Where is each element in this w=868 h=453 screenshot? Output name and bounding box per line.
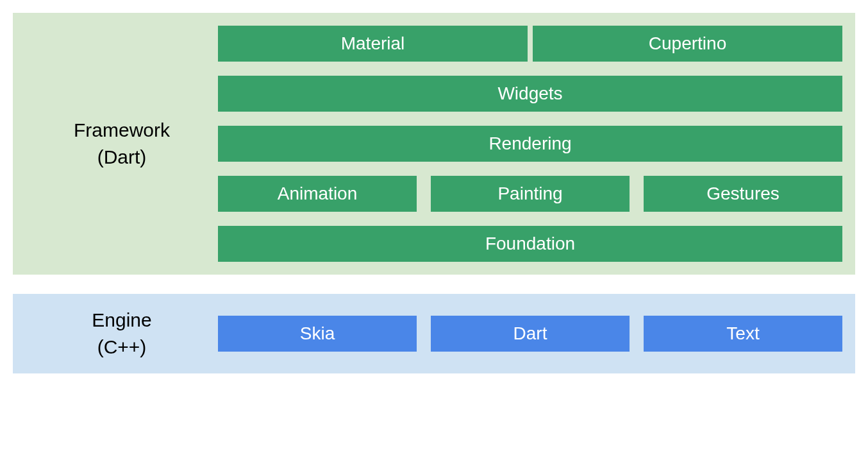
framework-row-top: Material Cupertino bbox=[218, 26, 842, 62]
engine-label: Engine (C++) bbox=[26, 307, 218, 361]
framework-content: Material Cupertino Widgets Rendering Ani… bbox=[218, 26, 842, 262]
engine-section: Engine (C++) Skia Dart Text bbox=[13, 294, 855, 373]
engine-label-line2: (C++) bbox=[26, 334, 218, 361]
framework-label-line1: Framework bbox=[26, 117, 218, 144]
engine-content: Skia Dart Text bbox=[218, 316, 842, 352]
foundation-box: Foundation bbox=[218, 226, 842, 262]
framework-label: Framework (Dart) bbox=[26, 117, 218, 171]
rendering-box: Rendering bbox=[218, 126, 842, 162]
painting-box: Painting bbox=[431, 176, 630, 212]
dart-box: Dart bbox=[431, 316, 630, 352]
framework-row-foundation: Foundation bbox=[218, 226, 842, 262]
framework-label-line2: (Dart) bbox=[26, 144, 218, 171]
material-box: Material bbox=[218, 26, 528, 62]
framework-row-rendering: Rendering bbox=[218, 126, 842, 162]
cupertino-box: Cupertino bbox=[533, 26, 842, 62]
engine-label-line1: Engine bbox=[26, 307, 218, 334]
animation-box: Animation bbox=[218, 176, 417, 212]
gestures-box: Gestures bbox=[644, 176, 842, 212]
text-box: Text bbox=[644, 316, 842, 352]
framework-row-mid: Animation Painting Gestures bbox=[218, 176, 842, 212]
framework-row-widgets: Widgets bbox=[218, 76, 842, 112]
framework-section: Framework (Dart) Material Cupertino Widg… bbox=[13, 13, 855, 275]
widgets-box: Widgets bbox=[218, 76, 842, 112]
engine-row: Skia Dart Text bbox=[218, 316, 842, 352]
skia-box: Skia bbox=[218, 316, 417, 352]
